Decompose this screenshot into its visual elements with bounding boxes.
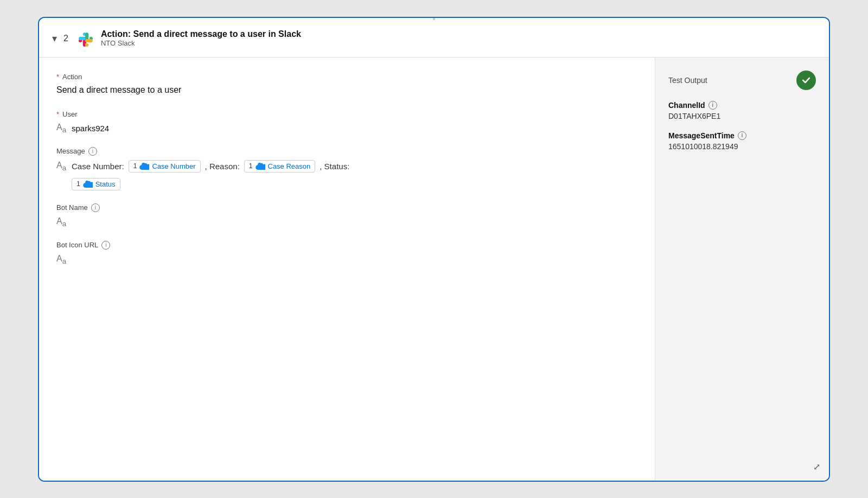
- message-section: Message i Aa Case Number: 1 Case Number …: [56, 147, 637, 190]
- case-number-pill[interactable]: 1 Case Number: [129, 160, 201, 173]
- status-pill-label: Status: [95, 180, 116, 188]
- user-label-text: User: [62, 110, 77, 118]
- message-info-icon[interactable]: i: [88, 147, 97, 156]
- channel-id-field: ChannelId i D01TAHX6PE1: [668, 101, 816, 120]
- bot-name-section: Bot Name i Aa: [56, 203, 637, 228]
- message-sent-time-field: MessageSentTime i 1651010018.821949: [668, 131, 816, 151]
- status-field-row: 1 Status: [72, 178, 637, 190]
- salesforce-cloud-icon-3: [83, 181, 93, 188]
- channel-id-info-icon[interactable]: i: [709, 101, 717, 110]
- message-sent-time-label-text: MessageSentTime: [668, 131, 735, 140]
- message-sent-time-info-icon[interactable]: i: [738, 131, 746, 140]
- main-container: ▾ 2 Action: Send a direct message to a u…: [38, 17, 830, 482]
- user-section: * User Aa sparks924: [56, 110, 637, 134]
- message-label-row: Message i: [56, 147, 637, 156]
- bot-icon-label-row: Bot Icon URL i: [56, 241, 637, 250]
- bot-name-info-icon[interactable]: i: [91, 203, 100, 212]
- slack-logo: [75, 29, 94, 48]
- action-title: Action: Send a direct message to a user …: [101, 29, 301, 39]
- collapse-chevron[interactable]: ▾: [52, 33, 57, 44]
- action-value: Send a direct message to a user: [56, 85, 637, 95]
- message-field-row: Aa Case Number: 1 Case Number , Reason: …: [56, 160, 637, 173]
- main-body: * Action Send a direct message to a user…: [39, 58, 829, 481]
- action-section: * Action Send a direct message to a user: [56, 73, 637, 95]
- user-aa-icon: Aa: [56, 123, 67, 134]
- salesforce-cloud-icon-2: [256, 163, 265, 170]
- success-check-icon: [796, 71, 816, 90]
- action-label: * Action: [56, 73, 637, 81]
- test-output-title: Test Output: [668, 76, 707, 85]
- bot-icon-info-icon[interactable]: i: [101, 241, 110, 250]
- bot-name-label-text: Bot Name: [56, 203, 88, 212]
- bot-name-field-row: Aa: [56, 216, 637, 228]
- left-panel: * Action Send a direct message to a user…: [39, 58, 655, 481]
- case-reason-pill-label: Case Reason: [268, 162, 311, 170]
- case-number-pill-num: 1: [133, 162, 137, 170]
- bot-name-aa-icon: Aa: [56, 216, 67, 228]
- bot-icon-aa-icon: Aa: [56, 254, 67, 265]
- status-pill[interactable]: 1 Status: [72, 178, 120, 190]
- channel-id-label: ChannelId i: [668, 101, 816, 110]
- case-number-pill-label: Case Number: [152, 162, 195, 170]
- message-sent-time-value: 1651010018.821949: [668, 142, 816, 151]
- action-subtitle: NTO Slack: [101, 39, 301, 47]
- user-value: sparks924: [72, 124, 109, 133]
- user-label: * User: [56, 110, 637, 118]
- bot-icon-section: Bot Icon URL i Aa: [56, 241, 637, 265]
- header-text: Action: Send a direct message to a user …: [101, 29, 301, 47]
- message-suffix: , Status:: [320, 162, 349, 171]
- message-aa-icon: Aa: [56, 161, 67, 172]
- channel-id-label-text: ChannelId: [668, 101, 705, 110]
- message-prefix: Case Number:: [72, 162, 124, 171]
- channel-id-value: D01TAHX6PE1: [668, 112, 816, 120]
- bot-icon-field-row: Aa: [56, 254, 637, 265]
- message-middle: , Reason:: [205, 162, 240, 171]
- case-reason-pill-num: 1: [249, 162, 253, 170]
- expand-icon[interactable]: ⤢: [813, 462, 820, 472]
- message-label-text: Message: [56, 147, 85, 155]
- user-asterisk: *: [56, 110, 59, 118]
- salesforce-cloud-icon-1: [139, 163, 149, 170]
- user-field-row: Aa sparks924: [56, 123, 637, 134]
- step-number: 2: [63, 34, 68, 43]
- test-output-header: Test Output: [668, 71, 816, 90]
- action-asterisk: *: [56, 73, 59, 81]
- bot-icon-label-text: Bot Icon URL: [56, 241, 98, 249]
- action-label-text: Action: [62, 73, 82, 81]
- case-reason-pill[interactable]: 1 Case Reason: [244, 160, 315, 173]
- status-pill-num: 1: [76, 180, 80, 188]
- bot-name-label-row: Bot Name i: [56, 203, 637, 212]
- action-header: ▾ 2 Action: Send a direct message to a u…: [39, 20, 829, 58]
- message-sent-time-label: MessageSentTime i: [668, 131, 816, 140]
- right-panel: Test Output ChannelId i D01TAHX6PE1 Mess…: [655, 58, 829, 481]
